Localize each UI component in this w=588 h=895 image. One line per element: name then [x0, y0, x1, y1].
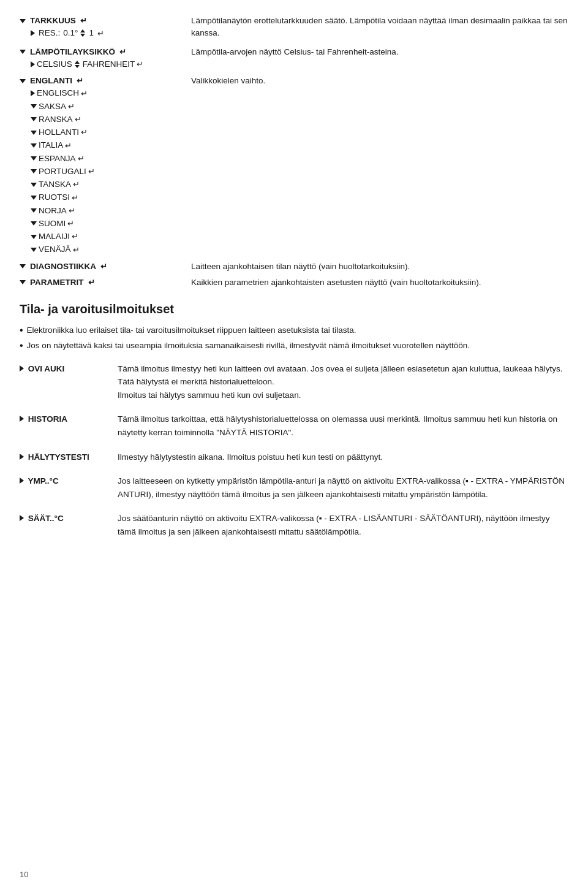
res-updown-icon	[80, 29, 85, 37]
celsius-arrow-icon	[31, 61, 35, 67]
status-saat: SÄÄT..°C Jos säätöanturin näyttö on akti…	[20, 512, 568, 538]
englanti-label: ENGLANTI ↵	[20, 75, 191, 87]
status-historia: HISTORIA Tämä ilmoitus tarkoittaa, että …	[20, 413, 568, 439]
tarkkuus-label: TARKKUUS ↵	[20, 15, 191, 27]
lampotilayksikko-arrow-down-icon	[20, 50, 26, 54]
lang-hollanti: HOLLANTI ↵	[20, 126, 191, 139]
lang-saksa: SAKSA ↵	[20, 101, 191, 113]
celsius-item: CELSIUS FAHRENHEIT ↵	[20, 58, 191, 70]
lang-malaiji-icon	[31, 235, 37, 239]
res-arrow-right-icon	[31, 30, 35, 36]
halytystesti-description: Ilmestyy hälytystestin aikana. Ilmoitus …	[118, 451, 568, 464]
ovi-auki-arrow-icon	[20, 365, 24, 371]
lang-tanska: TANSKA ↵	[20, 178, 191, 191]
ymp-description: Jos laitteeseen on kytketty ympäristön l…	[118, 474, 568, 501]
tila-bullets: Elektroniikka luo erilaiset tila- tai va…	[20, 324, 568, 352]
lang-ruotsi-icon	[31, 196, 37, 200]
lang-englisch-icon	[31, 90, 35, 96]
lang-tanska-icon	[31, 183, 37, 187]
lang-norja-icon	[31, 208, 37, 213]
lang-venaja-icon	[31, 248, 37, 252]
lang-norja: NORJA ↵	[20, 205, 191, 217]
lang-venaja: VENÄJÄ ↵	[20, 243, 191, 256]
tarkkuus-arrow-down-icon	[20, 19, 26, 23]
bullet-1-text: Elektroniikka luo erilaiset tila- tai va…	[27, 324, 356, 337]
halytystesti-arrow-icon	[20, 454, 24, 460]
lang-espanja-icon	[31, 156, 37, 161]
lang-ranska-icon	[31, 117, 37, 121]
ymp-arrow-icon	[20, 478, 24, 484]
parametrit-enter-icon: ↵	[88, 276, 95, 289]
lang-italia-icon	[31, 143, 37, 148]
lang-espanja: ESPANJA ↵	[20, 153, 191, 165]
tarkkuus-enter-icon: ↵	[80, 15, 87, 27]
lang-suomi: SUOMI ↵	[20, 218, 191, 230]
parametrit-label: PARAMETRIT ↵	[20, 276, 191, 289]
lang-ranska: RANSKA ↵	[20, 113, 191, 126]
ovi-auki-description: Tämä ilmoitus ilmestyy heti kun laitteen…	[118, 362, 568, 402]
lang-italia: ITALIA ↵	[20, 139, 191, 151]
lang-ruotsi: RUOTSI ↵	[20, 191, 191, 204]
englanti-arrow-down-icon	[20, 79, 26, 83]
lang-suomi-icon	[31, 221, 37, 226]
lampotilayksikko-description: Lämpötila-arvojen näyttö Celsius- tai Fa…	[191, 46, 568, 72]
lang-portugali: PORTUGALI ↵	[20, 166, 191, 178]
celsius-enter-icon: ↵	[137, 58, 143, 70]
lampotilayksikko-enter-icon: ↵	[119, 46, 126, 58]
diagnostiikka-arrow-down-icon	[20, 264, 26, 268]
status-ymp: YMP..°C Jos laitteeseen on kytketty ympä…	[20, 474, 568, 501]
bullet-item-1: Elektroniikka luo erilaiset tila- tai va…	[20, 324, 568, 337]
lang-malaiji: MALAIJI ↵	[20, 230, 191, 243]
bullet-item-2: Jos on näytettävä kaksi tai useampia ilm…	[20, 340, 568, 352]
diagnostiikka-enter-icon: ↵	[100, 261, 107, 273]
parametrit-description: Kaikkien parametrien ajankohtaisten aset…	[191, 276, 568, 289]
lampotilayksikko-label: LÄMPÖTILAYKSIKKÖ ↵	[20, 46, 191, 58]
bullet-2-text: Jos on näytettävä kaksi tai useampia ilm…	[27, 340, 470, 352]
res-enter-icon: ↵	[97, 28, 104, 40]
lang-hollanti-icon	[31, 131, 37, 135]
englanti-enter-icon: ↵	[77, 75, 83, 87]
lang-portugali-icon	[31, 169, 37, 173]
diagnostiikka-description: Laitteen ajankohtaisen tilan näyttö (vai…	[191, 261, 568, 273]
tarkkuus-description: Lämpötilanäytön erottelutarkkuuden säätö…	[191, 15, 568, 42]
res-row: RES.: 0.1° 1 ↵	[20, 27, 191, 39]
historia-arrow-icon	[20, 416, 24, 422]
celsius-updown-icon	[75, 60, 80, 69]
historia-description: Tämä ilmoitus tarkoittaa, että hälytyshi…	[118, 413, 568, 439]
status-ovi-auki: OVI AUKI Tämä ilmoitus ilmestyy heti kun…	[20, 362, 568, 402]
diagnostiikka-label: DIAGNOSTIIKKA ↵	[20, 261, 191, 273]
englanti-description: Valikkokielen vaihto.	[191, 75, 568, 257]
tila-heading: Tila- ja varoitusilmoitukset	[20, 300, 568, 318]
saat-description: Jos säätöanturin näyttö on aktivoitu EXT…	[118, 512, 568, 538]
status-halytystesti: HÄLYTYSTESTI Ilmestyy hälytystestin aika…	[20, 451, 568, 464]
parametrit-arrow-down-icon	[20, 280, 26, 284]
lang-englisch: ENGLISCH ↵	[20, 87, 191, 99]
lang-saksa-icon	[31, 104, 37, 109]
saat-arrow-icon	[20, 515, 24, 521]
